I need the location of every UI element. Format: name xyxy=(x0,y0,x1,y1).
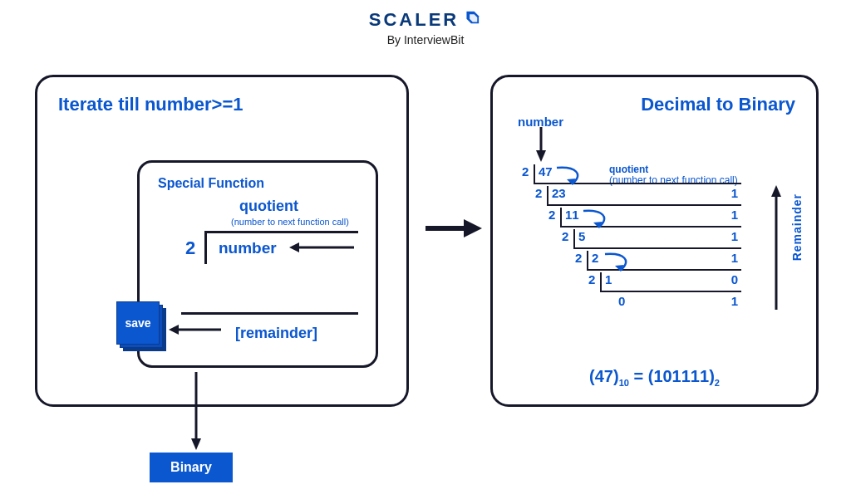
special-function-title: Special Function xyxy=(158,176,264,191)
iterate-heading: Iterate till number>=1 xyxy=(58,94,243,115)
remainder-line xyxy=(181,312,358,315)
remainder-vertical-label: Remainder xyxy=(790,193,804,261)
svg-marker-7 xyxy=(464,219,482,237)
arrow-left-icon xyxy=(289,241,356,254)
step-divisor-3: 2 xyxy=(562,229,568,243)
step-value-6: 0 xyxy=(618,294,625,308)
arrow-right-icon xyxy=(424,216,482,241)
step-divisor-4: 2 xyxy=(575,251,582,265)
step-value-4: 2 xyxy=(592,251,598,265)
special-function-box: Special Function quotient (number to nex… xyxy=(137,160,378,368)
step-rem-2: 1 xyxy=(731,208,738,222)
d2b-heading: Decimal to Binary xyxy=(641,94,795,115)
decimal-to-binary-panel: Decimal to Binary number quotient (numbe… xyxy=(490,75,819,407)
logo-subtext: By InterviewBit xyxy=(369,33,482,46)
step-rem-4: 1 xyxy=(731,251,738,265)
arrow-down-number-icon xyxy=(534,127,548,162)
step-value-0: 47 xyxy=(539,164,553,179)
step-rem-6: 1 xyxy=(731,294,738,308)
step-divisor-1: 2 xyxy=(535,186,542,200)
divisor-two: 2 xyxy=(185,237,195,259)
svg-marker-9 xyxy=(536,150,546,162)
save-stack: save xyxy=(116,301,163,348)
curve-arrow-1-icon xyxy=(555,166,588,188)
iterate-panel: Iterate till number>=1 Special Function … xyxy=(35,75,409,407)
scaler-logo: SCALER By InterviewBit xyxy=(369,8,482,46)
scaler-cube-icon xyxy=(464,8,482,32)
step-rem-1: 1 xyxy=(731,186,738,200)
save-block: save xyxy=(116,301,160,345)
result-equation: (47)10 = (101111)2 xyxy=(589,367,720,388)
step-rem-3: 1 xyxy=(731,229,738,243)
step-value-5: 1 xyxy=(605,272,612,286)
step-value-1: 23 xyxy=(552,186,566,200)
step-divisor-0: 2 xyxy=(522,164,529,179)
div-line-top xyxy=(204,231,358,233)
division-ladder: 2 47 2 23 1 2 11 1 2 5 1 2 2 1 2 1 0 0 1 xyxy=(522,164,796,339)
step-value-3: 5 xyxy=(578,229,585,243)
arrow-down-to-binary-icon xyxy=(189,372,203,451)
quotient-sublabel: (number to next function call) xyxy=(231,217,349,227)
number-label: number xyxy=(219,239,277,257)
arrow-up-remainder-icon xyxy=(770,185,783,310)
div-line-vert xyxy=(204,231,207,264)
remainder-label: [remainder] xyxy=(235,325,317,342)
curve-arrow-2-icon xyxy=(582,209,615,231)
step-divisor-2: 2 xyxy=(548,208,555,222)
svg-marker-5 xyxy=(191,438,201,450)
svg-marker-1 xyxy=(289,242,299,252)
curve-arrow-3-icon xyxy=(603,252,637,274)
step-rem-5: 0 xyxy=(731,272,738,286)
svg-marker-3 xyxy=(169,325,179,335)
binary-output-box: Binary xyxy=(150,453,233,482)
step-value-2: 11 xyxy=(565,208,579,222)
step-divisor-5: 2 xyxy=(588,272,595,286)
quotient-label: quotient xyxy=(239,198,298,215)
svg-marker-14 xyxy=(771,185,781,197)
logo-text: SCALER xyxy=(369,9,459,31)
arrow-to-save-icon xyxy=(169,323,223,336)
